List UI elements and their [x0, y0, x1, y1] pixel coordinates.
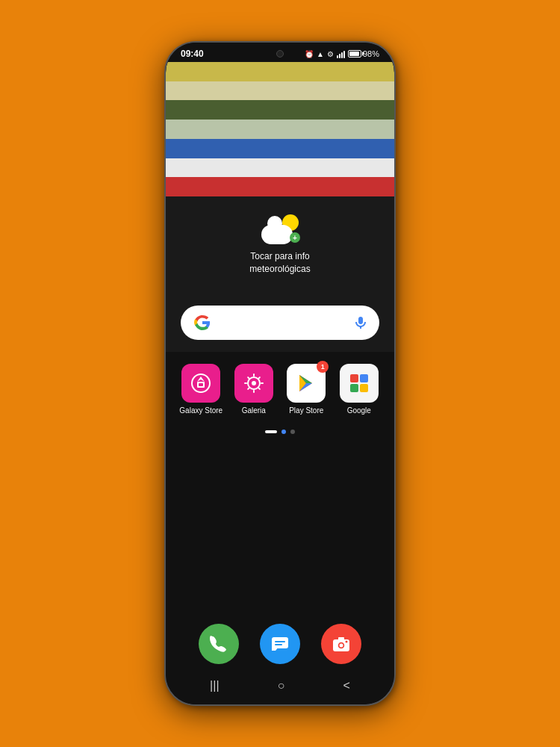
google-app-icon	[340, 364, 379, 403]
app-item-galaxy-store[interactable]: Galaxy Store	[178, 364, 225, 415]
dock-camera[interactable]	[321, 624, 361, 664]
front-camera	[276, 50, 284, 58]
dot-inactive	[290, 430, 295, 434]
settings-icon: ⚙	[327, 50, 334, 58]
stripe-5	[166, 139, 394, 158]
stripe-7	[166, 177, 394, 196]
svg-rect-11	[275, 644, 282, 645]
alarm-icon: ⏰	[305, 50, 314, 58]
page-dots	[166, 424, 394, 440]
svg-rect-2	[199, 383, 203, 386]
dock-messages[interactable]	[260, 624, 300, 664]
google-search-bar[interactable]	[181, 306, 379, 340]
mic-icon[interactable]	[354, 316, 367, 329]
svg-rect-9	[272, 637, 288, 648]
nav-bar: ||| ○ <	[166, 673, 394, 704]
search-area	[166, 294, 394, 352]
battery-indicator: 98%	[348, 49, 379, 58]
weather-widget[interactable]: + Tocar para info meteorológicas	[166, 196, 394, 294]
app-grid: Galaxy Store	[166, 352, 394, 424]
wallpaper-stripes	[166, 62, 394, 196]
cloud-icon	[261, 225, 293, 244]
dot-line-indicator	[265, 430, 277, 433]
svg-point-4	[252, 381, 256, 385]
battery-fill	[349, 52, 359, 56]
galaxy-store-label: Galaxy Store	[179, 406, 223, 415]
phone-device: 09:40 ⏰ ▲ ⚙ 98%	[164, 41, 396, 706]
play-store-label: Play Store	[289, 406, 323, 415]
status-icons: ⏰ ▲ ⚙ 98%	[305, 49, 379, 58]
svg-rect-15	[338, 637, 344, 640]
recent-apps-button[interactable]: |||	[210, 679, 219, 692]
play-store-badge: 1	[317, 361, 329, 373]
weather-plus-badge: +	[290, 232, 300, 243]
play-store-icon: 1	[287, 364, 326, 403]
svg-rect-10	[275, 641, 285, 642]
weather-text: Tocar para info meteorológicas	[249, 250, 310, 276]
galaxy-store-icon	[181, 364, 220, 403]
svg-point-14	[340, 644, 343, 648]
phone-icon	[199, 624, 239, 664]
status-time: 09:40	[181, 49, 204, 59]
stripe-1	[166, 62, 394, 81]
svg-rect-5	[350, 374, 358, 382]
app-item-play-store[interactable]: 1 Play Store	[283, 364, 330, 415]
home-spacer	[166, 440, 394, 618]
weather-icon: +	[261, 214, 299, 244]
app-item-galeria[interactable]: Galeria	[231, 364, 278, 415]
galeria-label: Galeria	[242, 406, 266, 415]
phone-screen: 09:40 ⏰ ▲ ⚙ 98%	[166, 43, 394, 704]
galeria-icon	[234, 364, 273, 403]
dock	[166, 618, 394, 673]
status-bar: 09:40 ⏰ ▲ ⚙ 98%	[166, 43, 394, 62]
google-g-logo	[193, 313, 212, 332]
stripe-4	[166, 120, 394, 139]
battery-percent: 98%	[363, 49, 379, 58]
stripe-3	[166, 100, 394, 120]
camera-icon	[321, 624, 361, 664]
dock-phone[interactable]	[199, 624, 239, 664]
stripe-2	[166, 81, 394, 101]
svg-point-16	[346, 641, 348, 643]
svg-rect-6	[360, 374, 368, 382]
signal-strength	[337, 49, 345, 58]
stripe-6	[166, 158, 394, 178]
app-item-google[interactable]: Google	[336, 364, 383, 415]
google-label: Google	[347, 406, 371, 415]
alert-icon: ▲	[317, 50, 324, 58]
back-button[interactable]: <	[343, 679, 350, 692]
battery-icon	[348, 50, 361, 58]
svg-rect-7	[350, 384, 358, 392]
svg-rect-8	[360, 384, 368, 392]
weather-text-line2: meteorológicas	[249, 264, 310, 274]
weather-text-line1: Tocar para info	[250, 251, 309, 261]
dot-active	[281, 430, 286, 434]
home-button[interactable]: ○	[278, 679, 285, 692]
messages-icon	[260, 624, 300, 664]
